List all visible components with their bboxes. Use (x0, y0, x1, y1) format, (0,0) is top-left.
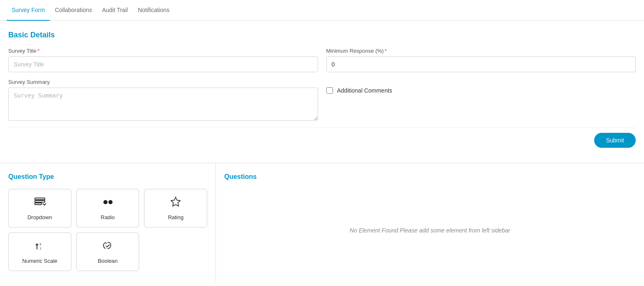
survey-title-input[interactable] (8, 56, 318, 72)
numeric-scale-icon: 9 1 (34, 240, 46, 254)
svg-point-4 (108, 200, 113, 204)
minimum-response-group: Minimum Response (%)* 0 (326, 48, 636, 72)
question-type-numeric-scale[interactable]: 9 1 Numeric Scale (8, 232, 71, 271)
survey-title-group: Survey Title* (8, 48, 318, 72)
tab-survey-form[interactable]: Survey Form (7, 0, 50, 21)
svg-point-3 (103, 200, 108, 204)
question-type-radio[interactable]: Radio (76, 189, 140, 227)
additional-comments-row: Additional Comments (326, 87, 636, 94)
additional-comments-group: Additional Comments (326, 79, 636, 94)
dropdown-label: Dropdown (27, 214, 52, 220)
rating-label: Rating (168, 214, 184, 220)
boolean-icon (101, 240, 114, 254)
questions-title: Questions (224, 173, 636, 181)
svg-rect-0 (35, 198, 45, 200)
questions-panel: Questions No Element Found Please add so… (216, 163, 644, 282)
tab-audit-trail[interactable]: Audit Trail (97, 0, 133, 21)
numeric-scale-label: Numeric Scale (22, 258, 58, 264)
additional-comments-checkbox[interactable] (326, 87, 333, 94)
submit-row: Submit (8, 127, 636, 153)
question-type-title: Question Type (8, 173, 207, 181)
svg-marker-5 (171, 197, 180, 206)
question-type-dropdown[interactable]: Dropdown (8, 189, 71, 227)
additional-comments-label: Additional Comments (337, 87, 392, 94)
main-content: Basic Details Survey Title* Minimum Resp… (0, 21, 644, 163)
question-type-panel: Question Type Dropdown (0, 163, 216, 282)
radio-label: Radio (101, 214, 115, 220)
dropdown-icon (34, 196, 46, 210)
tabs-bar: Survey Form Collaborations Audit Trail N… (0, 0, 644, 21)
question-type-boolean[interactable]: Boolean (76, 232, 140, 271)
bottom-section: Question Type Dropdown (0, 163, 644, 282)
submit-button[interactable]: Submit (594, 133, 636, 148)
svg-text:9: 9 (39, 242, 42, 246)
survey-summary-label: Survey Summary (8, 79, 318, 85)
minimum-response-input[interactable]: 0 (326, 56, 636, 72)
survey-summary-input[interactable] (8, 88, 318, 121)
svg-rect-1 (35, 200, 45, 202)
survey-summary-group: Survey Summary (8, 79, 318, 121)
questions-empty-state: No Element Found Please add some element… (224, 189, 636, 272)
svg-text:1: 1 (39, 247, 42, 250)
form-row-1: Survey Title* Minimum Response (%)* 0 (8, 48, 636, 72)
questions-empty-text: No Element Found Please add some element… (350, 227, 510, 234)
tab-notifications[interactable]: Notifications (133, 0, 174, 21)
basic-details-title: Basic Details (8, 31, 636, 39)
empty-card-slot (144, 232, 207, 271)
question-type-rating[interactable]: Rating (144, 189, 207, 227)
tab-collaborations[interactable]: Collaborations (50, 0, 97, 21)
survey-title-label: Survey Title* (8, 48, 318, 54)
minimum-response-label: Minimum Response (%)* (326, 48, 636, 54)
rating-icon (169, 196, 182, 210)
form-row-2: Survey Summary Additional Comments (8, 79, 636, 121)
radio-icon (101, 196, 114, 210)
boolean-label: Boolean (98, 258, 118, 264)
svg-rect-2 (35, 203, 42, 205)
